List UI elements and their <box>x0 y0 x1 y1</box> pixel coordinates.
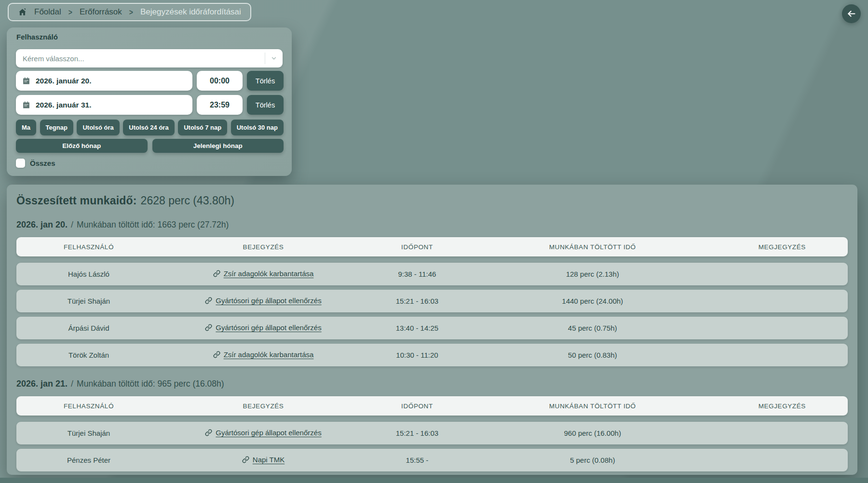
quick-button-last-7-days[interactable]: Utolsó 7 nap <box>178 120 227 135</box>
quick-button-last-hour[interactable]: Utolsó óra <box>77 120 119 135</box>
day-heading-jan20: 2026. jan 20./Munkában töltött idő: 1663… <box>16 220 848 230</box>
entry-link[interactable]: Gyártósori gép állapot ellenőrzés <box>205 323 321 332</box>
calendar-icon <box>22 77 30 85</box>
entry-link-text: Gyártósori gép állapot ellenőrzés <box>216 296 321 305</box>
date-to-input[interactable]: 2026. január 31. <box>16 95 192 115</box>
entry-link[interactable]: Zsír adagolók karbantartása <box>213 269 314 278</box>
row-worked: 1440 perc (24.00h) <box>469 297 717 305</box>
row-user: Türjei Shaján <box>16 297 161 305</box>
row-worked: 45 perc (0.75h) <box>469 324 717 332</box>
link-icon <box>205 429 212 436</box>
total-worktime-title: Összesített munkaidő:2628 perc (43.80h) <box>16 194 848 207</box>
column-header-time: IDŐPONT <box>366 402 469 410</box>
table-row: Árpási Dávid Gyártósori gép állapot elle… <box>16 317 848 339</box>
month-filter-row: Előző hónap Jelenlegi hónap <box>16 139 284 153</box>
breadcrumb-item-resources[interactable]: Erőforrások <box>80 7 122 17</box>
date-from-input[interactable]: 2026. január 20. <box>16 71 192 91</box>
date-from-row: 2026. január 20. 00:00 Törlés <box>16 71 284 91</box>
link-icon <box>213 270 220 277</box>
all-checkbox[interactable] <box>16 159 25 168</box>
day-separator: / <box>71 220 73 229</box>
column-header-user: FELHASZNÁLÓ <box>16 243 161 251</box>
row-worked: 5 perc (0.08h) <box>469 456 717 464</box>
row-worked: 50 perc (0.83h) <box>469 351 717 359</box>
clear-to-button[interactable]: Törlés <box>247 95 284 115</box>
clear-from-button[interactable]: Törlés <box>247 71 284 91</box>
date-to-value: 2026. január 31. <box>36 101 91 109</box>
user-select-placeholder: Kérem válasszon... <box>16 54 265 63</box>
quick-button-last-24h[interactable]: Utolsó 24 óra <box>123 120 174 135</box>
entry-link-text: Napi TMK <box>253 456 285 464</box>
table-row: Hajós László Zsír adagolók karbantartása… <box>16 263 848 285</box>
time-to-input[interactable]: 23:59 <box>197 95 243 115</box>
date-to-row: 2026. január 31. 23:59 Törlés <box>16 95 284 115</box>
link-icon <box>205 324 212 331</box>
column-header-note: MEGJEGYZÉS <box>717 402 848 410</box>
table-row: Török Zoltán Zsír adagolók karbantartása… <box>16 344 848 366</box>
column-header-worked: MUNKÁBAN TÖLTÖTT IDŐ <box>469 243 717 251</box>
quick-button-today[interactable]: Ma <box>16 120 36 135</box>
quick-button-yesterday[interactable]: Tegnap <box>40 120 73 135</box>
entry-link-text: Gyártósori gép állapot ellenőrzés <box>216 429 321 437</box>
table-header-row: FELHASZNÁLÓ BEJEGYZÉS IDŐPONT MUNKÁBAN T… <box>16 237 848 256</box>
entry-link[interactable]: Gyártósori gép állapot ellenőrzés <box>205 429 321 437</box>
row-time: 15:21 - 16:03 <box>366 297 469 305</box>
column-header-worked: MUNKÁBAN TÖLTÖTT IDŐ <box>469 402 717 410</box>
results-panel: Összesített munkaidő:2628 perc (43.80h) … <box>7 185 857 475</box>
row-time: 13:40 - 14:25 <box>366 324 469 332</box>
day-worktime: Munkában töltött idő: 965 perc (16.08h) <box>77 379 224 389</box>
breadcrumb-item-current: Bejegyzések időráfordításai <box>140 7 241 17</box>
breadcrumb-separator-icon: > <box>68 8 72 16</box>
quick-filter-row: Ma Tegnap Utolsó óra Utolsó 24 óra Utols… <box>16 120 284 135</box>
column-header-time: IDŐPONT <box>366 243 469 251</box>
user-select[interactable]: Kérem válasszon... <box>16 49 283 67</box>
current-month-button[interactable]: Jelenlegi hónap <box>152 139 284 153</box>
row-time: 10:30 - 11:20 <box>366 351 469 359</box>
total-worktime-value: 2628 perc (43.80h) <box>141 194 234 207</box>
previous-month-button[interactable]: Előző hónap <box>16 139 148 153</box>
link-icon <box>242 456 249 463</box>
filter-panel: Felhasználó Kérem válasszon... 2026. jan… <box>7 27 292 176</box>
breadcrumb-separator-icon: > <box>129 8 133 16</box>
row-worked: 128 perc (2.13h) <box>469 270 717 278</box>
entry-link[interactable]: Napi TMK <box>242 456 285 464</box>
all-checkbox-label[interactable]: Összes <box>30 159 55 167</box>
day-worktime: Munkában töltött idő: 1663 perc (27.72h) <box>77 220 229 229</box>
row-user: Hajós László <box>16 270 161 278</box>
row-worked: 960 perc (16.00h) <box>469 429 717 437</box>
link-icon <box>213 351 220 358</box>
home-icon[interactable] <box>18 8 27 17</box>
time-from-input[interactable]: 00:00 <box>197 71 243 91</box>
column-header-entry: BEJEGYZÉS <box>161 243 366 251</box>
total-worktime-label: Összesített munkaidő: <box>16 194 137 207</box>
row-time: 15:21 - 16:03 <box>366 429 469 437</box>
arrow-left-icon <box>846 9 856 19</box>
table-row: Pénzes Péter Napi TMK 15:55 - 5 perc (0.… <box>16 449 848 471</box>
entry-link[interactable]: Gyártósori gép állapot ellenőrzés <box>205 296 321 305</box>
day-separator: / <box>71 379 73 389</box>
day-date: 2026. jan 20. <box>16 220 68 229</box>
row-user: Pénzes Péter <box>16 456 161 464</box>
back-button[interactable] <box>842 4 861 23</box>
row-time: 15:55 - <box>366 456 469 464</box>
row-user: Török Zoltán <box>16 351 161 359</box>
all-checkbox-row: Összes <box>16 159 55 168</box>
link-icon <box>205 297 212 304</box>
row-user: Árpási Dávid <box>16 324 161 332</box>
table-row: Türjei Shaján Gyártósori gép állapot ell… <box>16 290 848 312</box>
entry-link-text: Gyártósori gép állapot ellenőrzés <box>216 323 321 332</box>
table-row: Türjei Shaján Gyártósori gép állapot ell… <box>16 422 848 444</box>
row-time: 9:38 - 11:46 <box>366 270 469 278</box>
page-bottom-edge <box>0 478 868 483</box>
column-header-entry: BEJEGYZÉS <box>161 402 366 410</box>
chevron-down-icon <box>265 55 283 62</box>
date-from-value: 2026. január 20. <box>36 77 91 85</box>
breadcrumb: Főoldal > Erőforrások > Bejegyzések időr… <box>8 3 251 21</box>
breadcrumb-item-home[interactable]: Főoldal <box>34 7 61 17</box>
quick-button-last-30-days[interactable]: Utolsó 30 nap <box>231 120 284 135</box>
entry-link[interactable]: Zsír adagolók karbantartása <box>213 350 314 359</box>
column-header-note: MEGJEGYZÉS <box>717 243 848 251</box>
day-date: 2026. jan 21. <box>16 379 68 389</box>
entry-link-text: Zsír adagolók karbantartása <box>224 269 314 278</box>
table-header-row: FELHASZNÁLÓ BEJEGYZÉS IDŐPONT MUNKÁBAN T… <box>16 396 848 416</box>
